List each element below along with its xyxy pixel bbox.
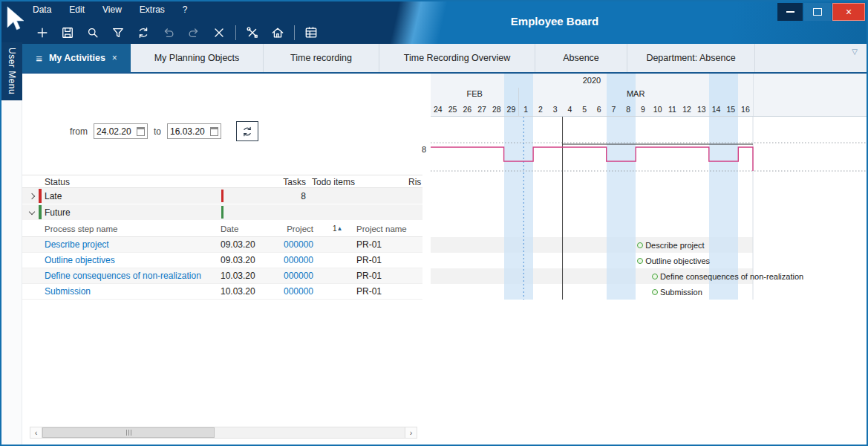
project-link[interactable]: 000000 [269, 253, 313, 268]
collapse-icon[interactable] [29, 209, 35, 215]
toolbar-separator [294, 25, 295, 40]
date-header[interactable]: Date [221, 221, 264, 237]
project-name-header[interactable]: Project name [356, 221, 407, 237]
grid-header-row: Status Tasks Todo items Ris [22, 175, 422, 188]
tab-label: Absence [563, 53, 599, 63]
tab-label: Time Recording Overview [404, 53, 510, 63]
tab-my-activities[interactable]: ≡ My Activities × [22, 44, 131, 72]
gantt-milestone[interactable]: Submission [652, 284, 702, 300]
tab-absence[interactable]: Absence [535, 44, 627, 72]
to-date-field[interactable]: 16.03.20 [167, 123, 221, 139]
tab-my-planning-objects[interactable]: My Planning Objects [131, 44, 264, 72]
activities-grid: Status Tasks Todo items Ris Late 8 Futur… [22, 175, 422, 300]
calendar-icon[interactable] [210, 127, 218, 136]
expand-icon[interactable] [29, 193, 35, 199]
gantt-day-label: 12 [679, 103, 694, 116]
tab-label: My Planning Objects [154, 53, 240, 63]
gantt-day-label: 13 [694, 103, 709, 116]
risks-header[interactable]: Ris [408, 175, 421, 189]
gantt-year-label: 2020 [431, 76, 753, 85]
milestone-label: Describe project [645, 241, 704, 250]
tab-overflow-chevron-icon[interactable]: ▽ [852, 44, 867, 72]
undo-icon[interactable] [157, 23, 180, 42]
process-step-header[interactable]: Process step name [45, 221, 117, 237]
to-date-value: 16.03.20 [170, 126, 205, 137]
group-row-late[interactable]: Late 8 [22, 188, 422, 204]
tab-department-absence[interactable]: Department: Absence [627, 44, 755, 72]
menu-data[interactable]: Data [33, 4, 51, 15]
gantt-day-label: 24 [431, 103, 446, 116]
sort-arrow-icon: ▲ [337, 225, 343, 232]
planning-board-icon[interactable] [300, 23, 322, 42]
add-icon[interactable] [31, 23, 53, 42]
refresh-icon[interactable] [132, 23, 154, 42]
save-icon[interactable] [56, 23, 79, 42]
tab-time-recording[interactable]: Time recording [264, 44, 379, 72]
project-link[interactable]: 000000 [269, 237, 313, 253]
menu-edit[interactable]: Edit [69, 4, 85, 15]
app-logo-cursor-icon [4, 5, 27, 39]
search-icon[interactable] [82, 23, 104, 42]
table-row[interactable]: Outline objectives09.03.20000000PR-01 [22, 253, 422, 268]
gantt-milestone[interactable]: Describe project [637, 237, 704, 253]
table-row[interactable]: Submission10.03.20000000PR-01 [22, 284, 422, 300]
gantt-day-label: 16 [738, 103, 753, 116]
hamburger-icon[interactable]: ≡ [36, 52, 42, 65]
gantt-milestone[interactable]: Outline objectives [637, 253, 710, 268]
tab-close-icon[interactable]: × [112, 53, 117, 63]
project-header[interactable]: Project [269, 221, 313, 237]
calendar-icon[interactable] [137, 127, 145, 136]
process-step-link[interactable]: Define consequences of non-realization [45, 268, 201, 284]
gantt-day-label: 3 [548, 103, 563, 116]
menu-view[interactable]: View [102, 4, 122, 15]
project-link[interactable]: 000000 [269, 284, 313, 300]
gantt-day-label: 2 [533, 103, 548, 116]
process-step-link[interactable]: Describe project [45, 237, 109, 253]
gantt-day-label: 7 [607, 103, 621, 116]
gantt-day-label: 14 [709, 103, 724, 116]
gantt-milestone[interactable]: Define consequences of non-realization [652, 268, 803, 284]
gantt-day-label: 15 [723, 103, 738, 116]
gantt-day-label: 8 [621, 103, 636, 116]
menubar: Data Edit View Extras ? [33, 4, 188, 15]
tasks-count: 8 [247, 188, 306, 204]
gantt-day-label: 9 [636, 103, 650, 116]
tasks-header[interactable]: Tasks [247, 175, 306, 189]
tools-icon[interactable] [241, 23, 264, 42]
menu-extras[interactable]: Extras [140, 4, 165, 15]
delete-icon[interactable] [208, 23, 230, 42]
date-cell: 09.03.20 [221, 237, 255, 253]
minimize-button[interactable] [777, 3, 803, 21]
status-header[interactable]: Status [45, 175, 70, 189]
apply-period-button[interactable] [236, 121, 258, 141]
table-row[interactable]: Define consequences of non-realization10… [22, 268, 422, 284]
close-button[interactable]: × [832, 3, 865, 21]
sub-header-row: Process step name Date Project 1▲ Projec… [22, 221, 422, 237]
horizontal-scrollbar[interactable]: ‹ › [30, 427, 417, 439]
scrollbar-thumb[interactable] [42, 427, 215, 438]
from-date-field[interactable]: 24.02.20 [94, 123, 148, 139]
maximize-button[interactable] [804, 3, 831, 21]
sort-indicator[interactable]: 1▲ [333, 221, 342, 237]
group-row-future[interactable]: Future [22, 204, 422, 221]
tab-label: Time recording [290, 53, 352, 63]
home-icon[interactable] [267, 23, 289, 42]
milestone-label: Submission [660, 288, 702, 297]
milestone-icon [637, 242, 643, 248]
gantt-body[interactable]: Describe projectOutline objectivesDefine… [431, 117, 867, 445]
project-link[interactable]: 000000 [269, 268, 313, 284]
process-step-link[interactable]: Submission [45, 284, 91, 300]
scroll-left-button[interactable]: ‹ [30, 427, 42, 438]
scroll-right-button[interactable]: › [405, 427, 417, 438]
process-step-link[interactable]: Outline objectives [45, 253, 115, 268]
project-name-cell: PR-01 [356, 284, 382, 300]
milestone-label: Define consequences of non-realization [660, 272, 803, 281]
tab-time-recording-overview[interactable]: Time Recording Overview [379, 44, 535, 72]
gantt-day-label: 11 [665, 103, 680, 116]
todo-items-header[interactable]: Todo items [312, 175, 355, 189]
user-menu-tab[interactable]: User Menu [1, 42, 22, 100]
filter-icon[interactable] [107, 23, 129, 42]
menu-help[interactable]: ? [183, 4, 188, 15]
table-row[interactable]: Describe project09.03.20000000PR-01 [22, 237, 422, 253]
redo-icon[interactable] [183, 23, 205, 42]
